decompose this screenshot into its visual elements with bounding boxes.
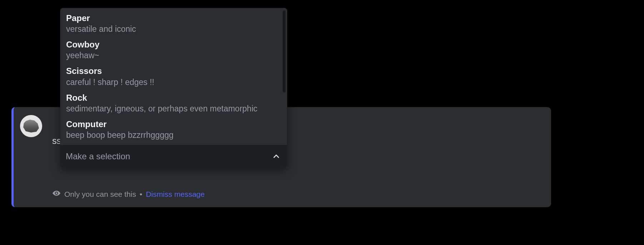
option-rock[interactable]: Rock sedimentary, igneous, or perhaps ev…	[60, 90, 287, 116]
eye-icon	[52, 189, 61, 199]
option-description: versatile and iconic	[66, 24, 281, 35]
option-description: beep boop beep bzzrrhggggg	[66, 130, 281, 141]
select-trigger[interactable]: Make a selection	[60, 145, 287, 168]
option-description: careful ! sharp ! edges !!	[66, 77, 281, 88]
option-paper[interactable]: Paper versatile and iconic	[60, 10, 287, 37]
select-options-list: Paper versatile and iconic Cowboy yeehaw…	[60, 8, 287, 145]
option-description: yeehaw~	[66, 50, 281, 61]
rock-icon	[23, 120, 39, 132]
option-computer[interactable]: Computer beep boop beep bzzrrhggggg	[60, 116, 287, 143]
chevron-up-icon	[272, 152, 281, 161]
bot-avatar[interactable]	[20, 115, 42, 137]
ephemeral-text: Only you can see this	[64, 190, 136, 199]
option-description: sedimentary, igneous, or perhaps even me…	[66, 103, 281, 114]
dismiss-link[interactable]: Dismiss message	[146, 190, 205, 199]
option-label: Scissors	[66, 65, 281, 76]
scrollbar[interactable]	[283, 10, 286, 92]
option-scissors[interactable]: Scissors careful ! sharp ! edges !!	[60, 63, 287, 90]
option-label: Cowboy	[66, 39, 281, 50]
ephemeral-notice: Only you can see this • Dismiss message	[52, 189, 544, 199]
option-cowboy[interactable]: Cowboy yeehaw~	[60, 37, 287, 63]
option-label: Computer	[66, 119, 281, 130]
select-placeholder: Make a selection	[66, 151, 130, 161]
separator-dot: •	[140, 190, 142, 199]
option-label: Rock	[66, 92, 281, 103]
select-menu: Paper versatile and iconic Cowboy yeehaw…	[60, 8, 287, 168]
option-label: Paper	[66, 12, 281, 24]
